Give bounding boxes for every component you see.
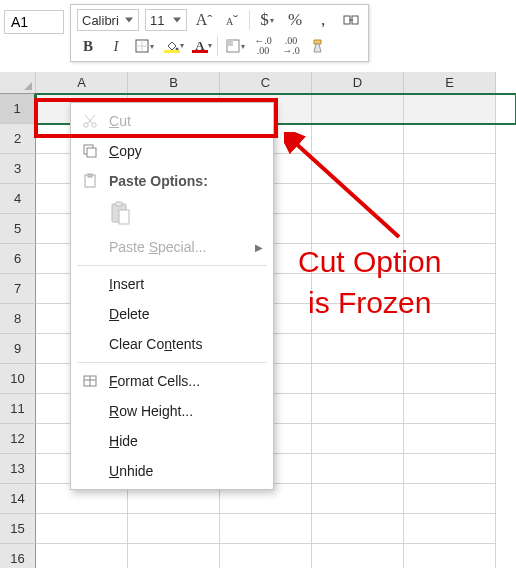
decrease-decimal-button[interactable]: .00 →.0 (280, 35, 302, 57)
cell[interactable] (312, 454, 404, 484)
cell[interactable] (404, 514, 496, 544)
menu-row-height[interactable]: Row Height... (71, 396, 273, 426)
row-header[interactable]: 13 (0, 454, 36, 484)
name-box[interactable] (4, 10, 64, 34)
cell[interactable] (312, 394, 404, 424)
cell[interactable] (404, 544, 496, 568)
row-header[interactable]: 1 (0, 94, 36, 124)
row-header[interactable]: 5 (0, 214, 36, 244)
row-header[interactable]: 16 (0, 544, 36, 568)
menu-paste-options-header: Paste Options: (71, 166, 273, 196)
menu-hide-label: Hide (109, 433, 263, 449)
svg-rect-7 (227, 40, 233, 46)
row-header[interactable]: 3 (0, 154, 36, 184)
row-header[interactable]: 9 (0, 334, 36, 364)
format-painter-button[interactable] (308, 35, 330, 57)
italic-button[interactable]: I (105, 35, 127, 57)
column-header[interactable]: E (404, 72, 496, 94)
cell[interactable] (404, 244, 496, 274)
menu-format-cells-label: Format Cells... (109, 373, 263, 389)
scissors-icon (79, 113, 101, 129)
cell[interactable] (36, 544, 128, 568)
menu-copy[interactable]: Copy (71, 136, 273, 166)
menu-unhide[interactable]: Unhide (71, 456, 273, 486)
menu-insert-label: Insert (109, 276, 263, 292)
cell[interactable] (312, 544, 404, 568)
row-header[interactable]: 15 (0, 514, 36, 544)
cell[interactable] (312, 274, 404, 304)
menu-clear-contents-label: Clear Contents (109, 336, 263, 352)
cell[interactable] (36, 514, 128, 544)
cell[interactable] (220, 514, 312, 544)
cell[interactable] (404, 154, 496, 184)
cell[interactable] (312, 214, 404, 244)
cell[interactable] (312, 364, 404, 394)
cell[interactable] (404, 484, 496, 514)
row-header[interactable]: 10 (0, 364, 36, 394)
cell[interactable] (220, 544, 312, 568)
column-header[interactable]: D (312, 72, 404, 94)
menu-format-cells[interactable]: Format Cells... (71, 366, 273, 396)
cell[interactable] (404, 394, 496, 424)
row-header[interactable]: 12 (0, 424, 36, 454)
cell[interactable] (312, 424, 404, 454)
menu-hide[interactable]: Hide (71, 426, 273, 456)
percent-format-button[interactable]: % (284, 9, 306, 31)
cell[interactable] (404, 304, 496, 334)
cell[interactable] (312, 94, 404, 124)
menu-copy-label: Copy (109, 143, 263, 159)
row-header[interactable]: 7 (0, 274, 36, 304)
cell[interactable] (404, 124, 496, 154)
cell[interactable] (312, 514, 404, 544)
accounting-format-button[interactable]: $▾ (256, 9, 278, 31)
menu-paste-special: Paste Special... ▶ (71, 232, 273, 262)
menu-delete[interactable]: Delete (71, 299, 273, 329)
submenu-arrow-icon: ▶ (255, 242, 263, 253)
row-header[interactable]: 11 (0, 394, 36, 424)
row-header[interactable]: 8 (0, 304, 36, 334)
cell[interactable] (404, 184, 496, 214)
column-header[interactable]: A (36, 72, 128, 94)
column-header[interactable]: C (220, 72, 312, 94)
cell[interactable] (312, 334, 404, 364)
increase-decimal-button[interactable]: ←.0 .00 (252, 35, 274, 57)
comma-format-button[interactable]: , (312, 9, 334, 31)
menu-cut-label: Cut (109, 113, 263, 129)
cell[interactable] (312, 244, 404, 274)
select-all-corner[interactable] (0, 72, 36, 94)
merge-cells-button[interactable] (340, 9, 362, 31)
cell[interactable] (404, 364, 496, 394)
cell[interactable] (312, 184, 404, 214)
menu-insert[interactable]: Insert (71, 269, 273, 299)
cell[interactable] (128, 544, 220, 568)
cell[interactable] (312, 484, 404, 514)
increase-font-button[interactable]: Aˆ (193, 9, 215, 31)
cell[interactable] (404, 214, 496, 244)
cell[interactable] (404, 454, 496, 484)
cell[interactable] (404, 94, 496, 124)
menu-clear-contents[interactable]: Clear Contents (71, 329, 273, 359)
cell[interactable] (312, 304, 404, 334)
bold-button[interactable]: B (77, 35, 99, 57)
cell[interactable] (404, 424, 496, 454)
font-size-select[interactable]: 11 (145, 9, 187, 31)
row-header[interactable]: 14 (0, 484, 36, 514)
copy-icon (79, 143, 101, 159)
row-header[interactable]: 6 (0, 244, 36, 274)
cell[interactable] (404, 274, 496, 304)
font-name-select[interactable]: Calibri (77, 9, 139, 31)
conditional-format-button[interactable]: ▾ (224, 35, 246, 57)
font-color-button[interactable]: A ▾ (189, 35, 211, 57)
row-header[interactable]: 4 (0, 184, 36, 214)
fill-color-button[interactable]: ▾ (161, 35, 183, 57)
column-header[interactable]: B (128, 72, 220, 94)
cell[interactable] (312, 124, 404, 154)
row-header[interactable]: 2 (0, 124, 36, 154)
cell[interactable] (404, 334, 496, 364)
decrease-font-button[interactable]: Aˇ (221, 9, 243, 31)
svg-rect-11 (87, 148, 96, 157)
cell[interactable] (128, 514, 220, 544)
borders-button[interactable]: ▾ (133, 35, 155, 57)
cell[interactable] (312, 154, 404, 184)
mini-toolbar: Calibri 11 Aˆ Aˇ $▾ % , B I ▾ ▾ A ▾ (70, 4, 369, 62)
